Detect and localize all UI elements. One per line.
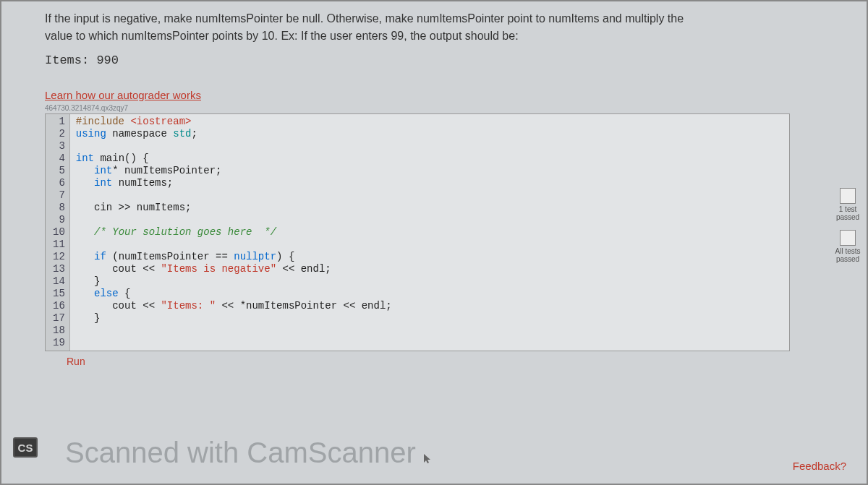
instruction-line-1: If the input is negative, make numItemsP… bbox=[45, 12, 684, 25]
example-output: Items: 990 bbox=[45, 53, 852, 67]
autograder-link[interactable]: Learn how our autograder works bbox=[45, 89, 201, 101]
test-status-column: 1 testpassed All testspassed bbox=[832, 186, 864, 272]
run-button[interactable]: Run bbox=[67, 356, 852, 367]
instruction-line-2: value to which numItemsPointer points by… bbox=[45, 30, 519, 42]
camscanner-badge-icon: CS bbox=[13, 437, 38, 458]
one-test-label: 1 testpassed bbox=[832, 205, 864, 221]
one-test-status-box bbox=[840, 188, 856, 204]
all-tests-status-box bbox=[840, 230, 856, 246]
code-content[interactable]: #include <iostream> using namespace std;… bbox=[70, 114, 789, 351]
all-tests-label: All testspassed bbox=[832, 247, 864, 263]
feedback-link[interactable]: Feedback? bbox=[793, 460, 846, 472]
session-id: 464730.3214874.qx3zqy7 bbox=[45, 104, 852, 112]
code-editor[interactable]: 1 2 3 4 5 6 7 8 9 10 11 12 13 14 15 16 1… bbox=[45, 113, 790, 351]
problem-instructions: If the input is negative, make numItemsP… bbox=[45, 10, 852, 45]
line-number-gutter: 1 2 3 4 5 6 7 8 9 10 11 12 13 14 15 16 1… bbox=[46, 114, 70, 351]
